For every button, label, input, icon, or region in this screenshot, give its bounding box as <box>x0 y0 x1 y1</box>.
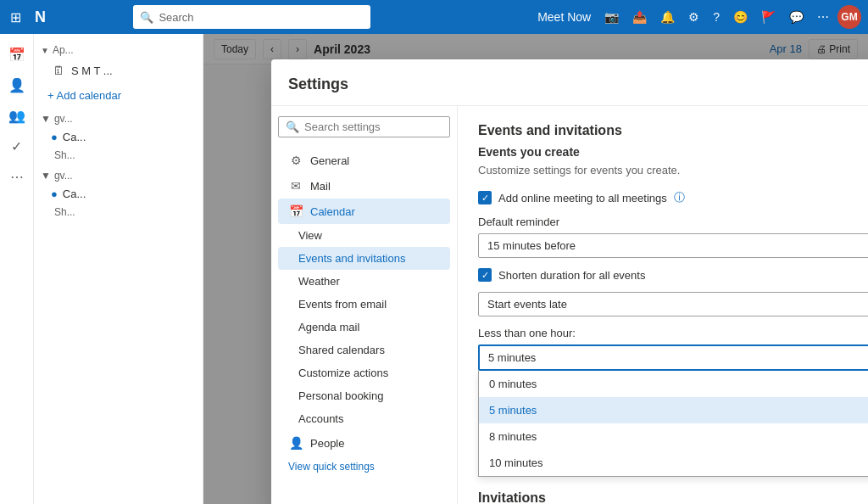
shorten-duration-checkbox[interactable]: ✓ <box>478 268 492 282</box>
settings-icon[interactable]: ⚙ <box>683 7 704 27</box>
sidebar-btn-groups[interactable]: 👥 <box>3 102 31 129</box>
general-icon: ⚙ <box>288 154 303 167</box>
settings-sub-personal-booking[interactable]: Personal booking <box>278 384 450 407</box>
settings-sidebar: 🔍 ⚙ General ✉ Mail 📅 <box>271 106 458 504</box>
calendar-icon: 📅 <box>288 204 303 218</box>
settings-search-icon: 🔍 <box>286 120 299 133</box>
nav-section-label: Ap... <box>53 44 74 56</box>
apps-grid-icon[interactable]: ⊞ <box>7 6 25 29</box>
start-events-dropdown[interactable]: Start events late ▾ <box>478 292 868 316</box>
less-than-hour-dropdown[interactable]: 5 minutes ▾ <box>478 344 868 371</box>
invitations-heading: Invitations <box>478 490 868 504</box>
flag-icon[interactable]: 🚩 <box>756 7 781 27</box>
settings-nav-general-label: General <box>310 154 349 167</box>
settings-sub-events-invitations[interactable]: Events and invitations <box>278 247 450 270</box>
events-you-create-heading: Events you create <box>478 145 868 159</box>
calendar-dot-icon: ● <box>51 131 58 143</box>
settings-sub-events-email[interactable]: Events from email <box>278 293 450 316</box>
shorten-duration-row: ✓ Shorten duration for all events <box>478 268 868 282</box>
sidebar-btn-people[interactable]: 👤 <box>3 71 31 98</box>
search-icon: 🔍 <box>140 11 153 24</box>
meet-now-button[interactable]: Meet Now <box>532 7 596 27</box>
less-than-hour-value: 5 minutes <box>488 351 536 364</box>
settings-nav-general[interactable]: ⚙ General <box>278 148 450 173</box>
sub-agenda-label: Agenda mail <box>298 321 359 333</box>
add-calendar-button[interactable]: + Add calendar <box>34 85 203 106</box>
sidebar-btn-tasks[interactable]: ✓ <box>3 132 31 160</box>
events-section-title: Events and invitations <box>478 123 868 138</box>
camera-icon[interactable]: 📷 <box>599 7 624 27</box>
app-logo: N <box>31 8 49 26</box>
settings-sub-accounts[interactable]: Accounts <box>278 407 450 430</box>
settings-sub-agenda[interactable]: Agenda mail <box>278 316 450 339</box>
sub-shared-label: Shared calendars <box>298 344 385 356</box>
app-topbar: ⊞ N 🔍 Search Meet Now 📷 📤 🔔 ⚙ ? 😊 🚩 💬 ⋯ … <box>0 0 868 34</box>
default-reminder-value: 15 minutes before <box>487 239 576 252</box>
nav-section-main: + Add calendar ▼ gv... ● Ca... Sh... ▼ g… <box>34 85 203 220</box>
checkmark-icon: ✓ <box>481 193 489 203</box>
checkmark-icon-2: ✓ <box>481 271 489 280</box>
view-quick-settings-link[interactable]: View quick settings <box>278 456 450 478</box>
sub-personal-label: Personal booking <box>298 389 383 402</box>
search-box[interactable]: 🔍 Search <box>133 5 370 29</box>
add-online-meeting-checkbox[interactable]: ✓ <box>478 191 492 204</box>
help-icon[interactable]: ? <box>708 7 725 27</box>
dialog-title: Settings <box>288 76 868 93</box>
nav-section-header: ▼ Ap... <box>34 41 203 59</box>
option-5-minutes[interactable]: 5 minutes <box>479 397 868 423</box>
less-than-hour-dropdown-list: 0 minutes 5 minutes 8 minutes 10 minutes <box>478 371 868 477</box>
settings-search-box[interactable]: 🔍 <box>278 116 450 137</box>
nav-item-calendar[interactable]: 🗓 S M T ... <box>37 59 199 81</box>
sub-events-email-label: Events from email <box>298 298 387 311</box>
sub-weather-label: Weather <box>298 275 340 288</box>
settings-nav-mail[interactable]: ✉ Mail <box>278 173 450 199</box>
topbar-actions: Meet Now 📷 📤 🔔 ⚙ ? 😊 🚩 💬 ⋯ GM <box>532 5 861 29</box>
default-reminder-label: Default reminder <box>478 216 868 228</box>
chevron-down-icon: ▼ <box>41 113 51 125</box>
calendar-mini-icon: 🗓 <box>51 64 66 77</box>
sidebar-btn-more[interactable]: ⋯ <box>3 163 31 190</box>
settings-search-input[interactable] <box>304 120 442 133</box>
search-placeholder: Search <box>159 11 193 24</box>
group-label-gv2: ▼ gv... <box>34 163 203 183</box>
option-8-minutes[interactable]: 8 minutes <box>479 423 868 450</box>
avatar[interactable]: GM <box>837 5 861 29</box>
notification-icon[interactable]: 🔔 <box>655 7 680 27</box>
less-than-one-hour-label: Less than one hour: <box>478 327 868 339</box>
add-online-meeting-row: ✓ Add online meeting to all meetings ⓘ <box>478 190 868 205</box>
events-you-create-desc: Customize settings for events you create… <box>478 164 868 176</box>
settings-sub-customize[interactable]: Customize actions <box>278 361 450 384</box>
feedback-icon[interactable]: 💬 <box>784 7 809 27</box>
people-icon: 👤 <box>288 436 303 450</box>
sub-customize-label: Customize actions <box>298 367 388 379</box>
more-icon[interactable]: ⋯ <box>812 7 834 27</box>
option-10-minutes[interactable]: 10 minutes <box>479 450 868 476</box>
shorten-duration-label: Shorten duration for all events <box>498 269 645 282</box>
settings-sub-shared[interactable]: Shared calendars <box>278 339 450 361</box>
settings-content: Events and invitations Events you create… <box>458 106 868 504</box>
settings-sub-weather[interactable]: Weather <box>278 270 450 293</box>
share-icon[interactable]: 📤 <box>627 7 652 27</box>
default-reminder-dropdown[interactable]: 15 minutes before ▾ <box>478 233 868 258</box>
info-icon[interactable]: ⓘ <box>674 190 685 205</box>
icon-sidebar: 📅 👤 👥 ✓ ⋯ <box>0 34 34 504</box>
settings-nav-people-label: People <box>310 437 344 450</box>
chevron-down-icon-2: ▼ <box>41 170 51 182</box>
settings-sub-view[interactable]: View <box>278 224 450 247</box>
start-events-value: Start events late <box>487 298 567 311</box>
sub-accounts-label: Accounts <box>298 412 343 425</box>
nav-section-app: ▼ Ap... 🗓 S M T ... <box>34 41 203 81</box>
nav-item-calendar-item[interactable]: ● Ca... <box>37 126 199 148</box>
sub-view-label: View <box>298 229 322 242</box>
sidebar-btn-calendar[interactable]: 📅 <box>3 41 31 68</box>
settings-nav-calendar[interactable]: 📅 Calendar <box>278 199 450 224</box>
emoji-icon[interactable]: 😊 <box>728 7 753 27</box>
sub-events-label: Events and invitations <box>298 252 405 265</box>
settings-nav-mail-label: Mail <box>310 180 331 193</box>
settings-nav-people[interactable]: 👤 People <box>278 430 450 456</box>
calendar-dot-icon-2: ● <box>51 188 58 200</box>
option-0-minutes[interactable]: 0 minutes <box>479 371 868 397</box>
nav-item-calendar-item-2[interactable]: ● Ca... <box>37 183 199 204</box>
settings-dialog: Settings × 🔍 ⚙ General <box>271 59 868 504</box>
group-label-gv: ▼ gv... <box>34 106 203 126</box>
